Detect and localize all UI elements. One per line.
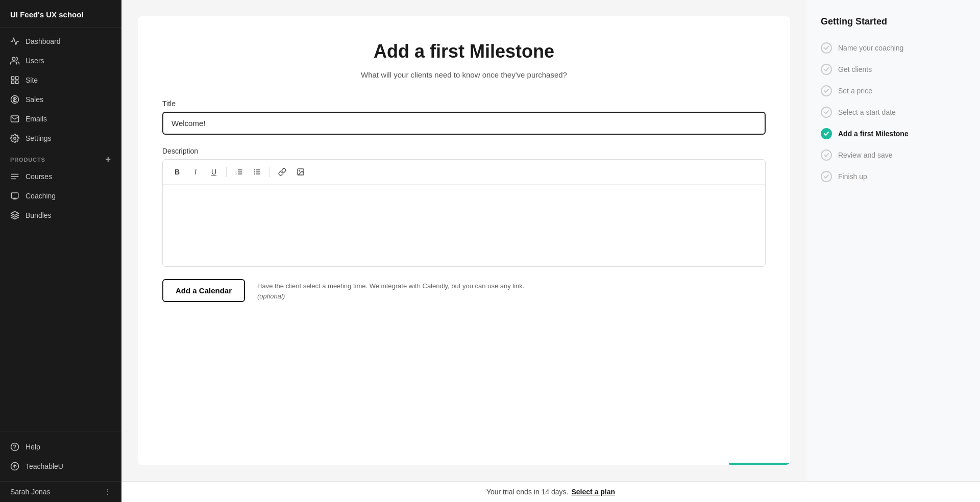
sidebar-item-coaching[interactable]: Coaching [0, 186, 121, 206]
add-calendar-button[interactable]: Add a Calendar [162, 279, 245, 302]
bottom-bar: Your trial ends in 14 days. Select a pla… [121, 481, 980, 502]
sidebar-item-sales[interactable]: Sales [0, 90, 121, 109]
sidebar-item-settings[interactable]: Settings [0, 129, 121, 148]
svg-rect-3 [16, 81, 18, 84]
trial-text: Your trial ends in 14 days. [486, 488, 569, 496]
add-product-button[interactable]: + [106, 154, 111, 165]
svg-rect-4 [11, 81, 14, 84]
teachableu-icon [10, 462, 19, 471]
bold-button[interactable]: B [169, 164, 185, 180]
svg-rect-10 [11, 193, 18, 198]
main-content: Add a first Milestone What will your cli… [121, 0, 980, 502]
sidebar-label-courses: Courses [26, 172, 52, 181]
sidebar-label-users: Users [26, 57, 44, 65]
step-label-set-price: Set a price [838, 87, 872, 95]
brand-title: UI Feed's UX school [0, 0, 121, 28]
svg-point-26 [254, 169, 255, 170]
step-check-set-price [821, 85, 832, 96]
sidebar-footer: Help TeachableU [0, 432, 121, 481]
products-section-header: PRODUCTS + [0, 148, 121, 167]
users-icon [10, 56, 19, 65]
ordered-list-button[interactable]: 1 2 3 [231, 164, 247, 180]
toolbar-sep-2 [270, 167, 270, 177]
toolbar-sep-1 [226, 167, 227, 177]
sidebar-item-emails[interactable]: Emails [0, 109, 121, 129]
page-subtitle: What will your clients need to know once… [162, 70, 766, 79]
sidebar-user: Sarah Jonas ⋮ [0, 481, 121, 502]
sidebar-item-site[interactable]: Site [0, 70, 121, 90]
svg-point-28 [254, 173, 255, 174]
sidebar-label-bundles: Bundles [26, 211, 52, 219]
mail-icon [10, 114, 19, 123]
step-label-name-coaching: Name your coaching [838, 44, 903, 52]
sidebar-item-help[interactable]: Help [10, 438, 111, 456]
embed-button[interactable] [292, 164, 309, 180]
step-get-clients[interactable]: Get clients [821, 59, 966, 80]
sidebar-item-bundles[interactable]: Bundles [0, 206, 121, 225]
calendar-row: Add a Calendar Have the client select a … [162, 279, 766, 302]
editor-toolbar: B I U 1 2 3 [163, 160, 765, 185]
sidebar-label-teachableu: TeachableU [26, 462, 63, 470]
step-name-coaching[interactable]: Name your coaching [821, 37, 966, 59]
sidebar-item-courses[interactable]: Courses [0, 167, 121, 186]
dollar-icon [10, 95, 19, 104]
step-check-finish-up [821, 171, 832, 182]
step-review-save[interactable]: Review and save [821, 144, 966, 166]
unordered-list-button[interactable] [249, 164, 265, 180]
step-check-add-milestone [821, 128, 832, 139]
step-set-price[interactable]: Set a price [821, 80, 966, 102]
svg-point-6 [14, 137, 16, 140]
step-label-finish-up: Finish up [838, 172, 867, 181]
title-label: Title [162, 99, 766, 108]
sidebar-label-emails: Emails [26, 115, 47, 123]
right-panel: Getting Started Name your coaching Get c… [806, 0, 980, 481]
chart-line-icon [10, 37, 19, 46]
description-editor: B I U 1 2 3 [162, 159, 766, 267]
sidebar-item-dashboard[interactable]: Dashboard [0, 32, 121, 51]
step-label-add-milestone: Add a first Milestone [838, 130, 909, 138]
link-button[interactable] [274, 164, 290, 180]
coaching-icon [10, 191, 19, 200]
svg-marker-13 [11, 212, 19, 216]
step-label-review-save: Review and save [838, 151, 893, 159]
step-select-start-date[interactable]: Select a start date [821, 102, 966, 123]
title-input[interactable] [162, 112, 766, 135]
page-title: Add a first Milestone [162, 41, 766, 62]
svg-rect-1 [11, 77, 14, 79]
italic-button[interactable]: I [187, 164, 204, 180]
sidebar-label-settings: Settings [26, 134, 52, 142]
svg-point-30 [299, 170, 300, 171]
step-label-get-clients: Get clients [838, 65, 872, 73]
description-editor-body[interactable] [163, 185, 765, 266]
user-menu-button[interactable]: ⋮ [104, 488, 111, 496]
description-label: Description [162, 147, 766, 155]
step-finish-up[interactable]: Finish up [821, 166, 966, 187]
step-check-get-clients [821, 64, 832, 75]
content-area: Add a first Milestone What will your cli… [121, 0, 980, 481]
sidebar-item-users[interactable]: Users [0, 51, 121, 70]
sidebar-label-site: Site [26, 76, 38, 84]
form-panel: Add a first Milestone What will your cli… [138, 16, 790, 465]
sidebar-item-teachableu[interactable]: TeachableU [10, 458, 111, 475]
svg-point-27 [254, 171, 255, 172]
courses-icon [10, 172, 19, 181]
help-icon [10, 442, 19, 451]
step-add-milestone[interactable]: Add a first Milestone [821, 123, 966, 144]
step-check-name-coaching [821, 42, 832, 54]
user-info: Sarah Jonas [10, 488, 51, 496]
sidebar-nav: Dashboard Users Site [0, 28, 121, 432]
getting-started-title: Getting Started [821, 16, 966, 27]
step-check-review-save [821, 149, 832, 161]
calendar-hint: Have the client select a meeting time. W… [257, 279, 524, 301]
svg-rect-2 [16, 77, 18, 79]
svg-point-0 [12, 57, 15, 60]
select-plan-link[interactable]: Select a plan [572, 488, 616, 496]
progress-bar [729, 463, 790, 465]
sidebar-label-dashboard: Dashboard [26, 37, 61, 45]
user-name: Sarah Jonas [10, 488, 51, 496]
gear-icon [10, 134, 19, 143]
step-check-select-start-date [821, 107, 832, 118]
underline-button[interactable]: U [206, 164, 222, 180]
grid-icon [10, 76, 19, 85]
sidebar: UI Feed's UX school Dashboard Users [0, 0, 121, 502]
